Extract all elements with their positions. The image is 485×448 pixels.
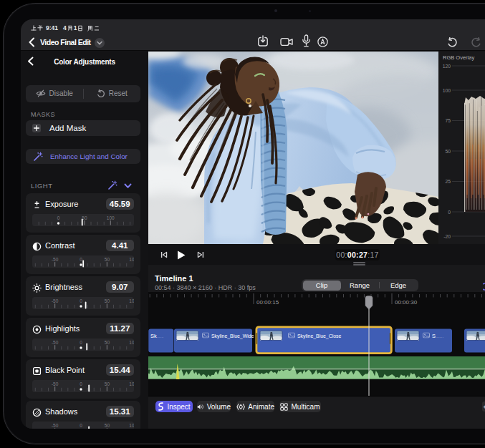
svg-text:120: 120	[443, 64, 451, 69]
svg-text:50: 50	[105, 257, 110, 262]
svg-text:-50: -50	[52, 298, 59, 303]
svg-text:0: 0	[80, 381, 82, 386]
svg-text:50: 50	[445, 149, 451, 154]
svg-text:00:00:30: 00:00:30	[395, 299, 418, 306]
svg-text:0: 0	[80, 423, 82, 428]
svg-text:0: 0	[57, 215, 60, 220]
svg-text:100: 100	[129, 298, 134, 303]
svg-text:-50: -50	[52, 381, 59, 386]
svg-text:0: 0	[80, 257, 82, 262]
svg-text:100: 100	[107, 215, 115, 220]
svg-text:100: 100	[129, 423, 134, 428]
svg-text:50: 50	[105, 381, 110, 386]
svg-text:25: 25	[445, 179, 451, 184]
svg-text:100: 100	[129, 381, 134, 386]
svg-text:RGB Overlay: RGB Overlay	[443, 54, 474, 61]
svg-text:0: 0	[80, 298, 82, 303]
svg-text:......: ......	[157, 334, 164, 339]
svg-text:75: 75	[445, 118, 451, 123]
svg-text:100: 100	[129, 340, 134, 345]
svg-text:100: 100	[443, 88, 451, 93]
svg-text:-50: -50	[52, 340, 59, 345]
svg-text:50: 50	[105, 340, 110, 345]
svg-text:-50: -50	[52, 257, 59, 262]
svg-text:50: 50	[105, 298, 110, 303]
svg-text:100: 100	[129, 257, 134, 262]
svg-text:00:00:15: 00:00:15	[256, 299, 279, 306]
svg-text:-20: -20	[443, 234, 451, 239]
svg-text:-50: -50	[52, 423, 59, 428]
svg-text:50: 50	[105, 423, 110, 428]
svg-text:Skyline_Blue_Wide: Skyline_Blue_Wide	[211, 333, 254, 339]
svg-text:0: 0	[80, 340, 82, 345]
svg-text:Skyline_Blue_Close: Skyline_Blue_Close	[297, 333, 341, 339]
svg-text:0: 0	[448, 210, 451, 215]
svg-text:......: ......	[435, 333, 443, 339]
